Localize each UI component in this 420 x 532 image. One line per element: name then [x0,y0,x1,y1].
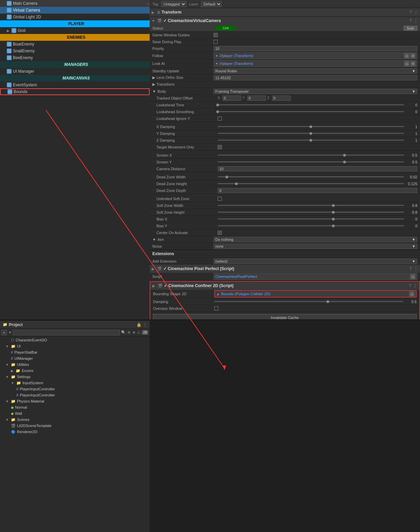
follow-settings-btn[interactable]: ⚙ [410,53,416,58]
hier-maincanvas-category[interactable]: MAINCANVAS [0,75,150,82]
x-damping-slider[interactable]: 1 [218,125,417,129]
pixel-script-target-btn[interactable]: ◎ [410,274,416,279]
dead-zone-width-slider[interactable]: 0.02 [218,175,417,179]
invalidate-cache-button[interactable]: Invalidate Cache [153,314,417,319]
aim-dropdown[interactable]: Do nothing ▼ [214,237,417,242]
proj-ui-manager[interactable]: # UIManager [0,355,150,361]
add-extension-dropdown[interactable]: (select) ▼ [214,259,417,264]
proj-player-input-1[interactable]: # PlayerInputController [0,386,150,392]
hier-bounds[interactable]: □ Bounds [0,88,150,95]
layer-select[interactable]: Default [201,1,222,7]
bounds-target-btn[interactable]: ◎ [409,291,415,297]
soft-zone-height-slider[interactable]: 0.8 [218,210,417,214]
help-icon[interactable]: ? [409,283,411,288]
more-icon[interactable]: ⋮ [414,18,418,23]
follow-target-btn[interactable]: ◎ [404,53,409,58]
star-icon[interactable]: ★ [132,330,136,335]
hier-enemies-category[interactable]: ENEMIES [0,34,150,41]
hier-event-system[interactable]: □ EventSystem [0,82,150,88]
cinemachine-header[interactable]: ▼ 🎬 ✓ CinemachineVirtualCamera ? ⋮ [150,17,420,25]
bias-y-slider[interactable]: 0 [218,224,417,228]
proj-normal[interactable]: ◆ Normal [0,404,150,410]
lookahead-smoothing-slider[interactable]: 0 [218,110,417,114]
more-icon[interactable]: ⋮ [413,283,417,288]
hier-snail-enemy[interactable]: □ SnailEnemy [0,48,150,54]
add-asset-button[interactable]: + [1,330,7,335]
proj-scenes-folder[interactable]: ▼ 📁 Scenes [0,416,150,423]
y-damping-slider[interactable]: 1 [218,131,417,136]
warning-icon[interactable]: ⚠ [137,330,140,335]
soft-zone-width-slider[interactable]: 0.8 [218,203,417,208]
confiner-header[interactable]: ▶ 🎬 ✓ Cinemachine Confiner 2D (Script) ?… [150,282,419,290]
proj-enums-folder[interactable]: ▶ 📁 Enums [0,368,150,374]
project-lock-btn[interactable]: 🔒 [136,322,141,327]
project-search-input[interactable] [13,330,120,335]
dead-zone-depth-value[interactable]: 0 [218,188,417,193]
tracked-y-input[interactable] [247,95,266,101]
hier-ui-manager[interactable]: □ UI Manager [0,68,150,75]
game-window-guides-checkbox[interactable]: ✓ [214,33,218,37]
proj-player-stat-bar[interactable]: # PlayerStatBar [0,349,150,355]
proj-item-label: UIManager [14,356,33,360]
proj-item-label: Enums [22,369,33,373]
search-icon[interactable]: 🔍 [121,330,126,335]
look-at-settings-btn[interactable]: ⚙ [410,61,416,66]
proj-player-input-2[interactable]: # PlayerInputController [0,392,150,398]
game-window-guides-row: Game Window Guides ✓ [150,32,420,38]
pixel-perfect-header[interactable]: ▶ 🎬 ✓ Cinemachine Pixel Perfect (Script)… [150,265,420,273]
dead-zone-height-slider[interactable]: 0.125 [218,182,417,186]
proj-utilities-folder[interactable]: ▼ 📁 Utilities [0,361,150,368]
center-on-activate-checkbox[interactable]: ✓ [218,231,222,235]
help-icon[interactable]: ? [409,10,412,15]
proj-character-event[interactable]: ⬡ CharacterEventSO [0,337,150,343]
proj-settings-folder[interactable]: ▼ 📁 Settings [0,374,150,380]
proj-lit2d-scene[interactable]: 🎬 Lit2DSceneTemplate [0,423,150,429]
confiner-damping-slider[interactable]: 0.5 [214,300,417,304]
project-down-btn[interactable]: ▼ [8,331,12,334]
body-dropdown[interactable]: Framing Transposer ▼ [214,89,417,94]
proj-ui-folder[interactable]: ▼ 📁 UI [0,343,150,349]
screen-y-slider[interactable]: 0.5 [218,160,417,164]
tracked-z-input[interactable] [272,95,291,101]
solo-button[interactable]: Solo [404,26,417,31]
hier-grid[interactable]: ▶ □ Grid [0,27,150,34]
hier-virtual-camera[interactable]: □ Virtual Camera [0,7,150,14]
project-more-btn[interactable]: ⋮ [143,322,147,327]
save-during-play-checkbox[interactable] [214,40,218,44]
folder-icon: 📁 [16,369,20,373]
screen-x-slider[interactable]: 0.5 [218,153,417,157]
look-at-target-btn[interactable]: ◎ [404,61,409,66]
hier-managers-category[interactable]: MANAGERS [0,61,150,68]
lens-ortho-value[interactable]: 11.45102 [214,75,417,81]
more-icon[interactable]: ⋮ [414,10,418,15]
hier-bee-enemy[interactable]: □ BeeEnemy [0,54,150,61]
hier-player-category[interactable]: PLAYER [0,20,150,27]
proj-wall[interactable]: ◆ Wall [0,410,150,416]
bias-x-slider[interactable]: 0 [218,217,417,221]
target-movement-checkbox[interactable]: ✓ [218,145,222,149]
proj-renderer2d[interactable]: 🔷 Renderer2D [0,429,150,435]
lookahead-time-slider[interactable]: 0 [218,103,417,107]
proj-physics-material-folder[interactable]: ▼ 📁 Physics Material [0,398,150,404]
more-icon[interactable]: ⋮ [414,266,418,271]
hier-main-camera[interactable]: □ Main Camera ⚠ [0,0,150,7]
transform-header[interactable]: ▶ ⊞ Transform ? ⋮ [150,8,420,16]
priority-value[interactable]: 10 [214,46,417,51]
help-icon[interactable]: ? [409,18,412,23]
tag-select[interactable]: Untagged [161,1,186,7]
oversize-window-checkbox[interactable] [214,306,218,311]
eye-icon[interactable]: 👁 [127,331,131,335]
proj-input-system-folder[interactable]: ▼ 📁 InputSystem [0,380,150,386]
camera-distance-value[interactable]: 10 [218,166,417,172]
unlimited-soft-zone-checkbox[interactable] [218,197,222,201]
folder-icon: 📁 [3,322,7,327]
lookahead-ignore-y-checkbox[interactable] [218,117,222,121]
hier-boar-enemy[interactable]: □ BoarEnemy [0,41,150,48]
hier-global-light[interactable]: □ Global Light 2D [0,14,150,20]
help-icon[interactable]: ? [409,266,412,271]
file-icon: 🔷 [11,430,16,434]
z-damping-slider[interactable]: 1 [218,138,417,142]
standby-update-dropdown[interactable]: Round Robin ▼ [214,68,417,74]
tracked-x-input[interactable] [222,95,241,101]
noise-dropdown[interactable]: none ▼ [214,244,417,249]
